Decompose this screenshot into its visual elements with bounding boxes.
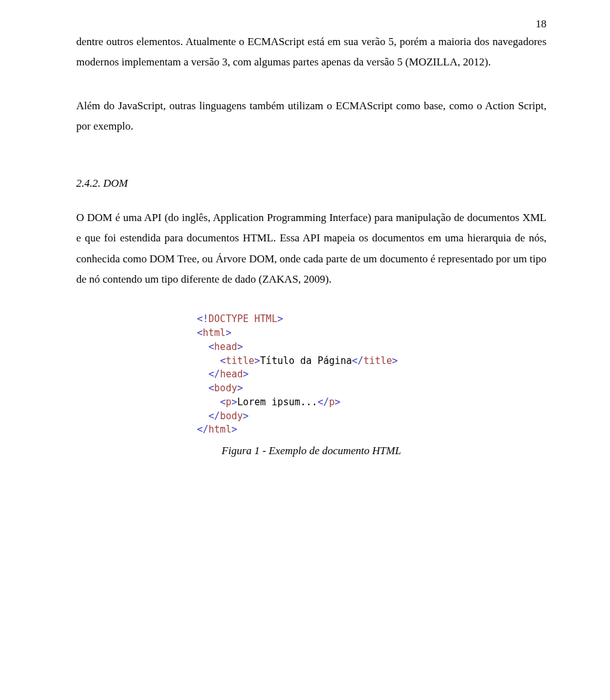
code-bracket: > [335,396,341,408]
code-bracket: </ [208,368,220,380]
code-text: Título da Página [260,355,352,367]
code-bracket: </ [197,424,208,435]
code-bracket: > [231,424,237,435]
code-block: <!DOCTYPE HTML> <html> <head> <title>Tít… [197,313,546,437]
code-bracket: <! [197,313,208,325]
code-bracket: > [392,355,398,367]
code-bracket: > [237,382,243,394]
section-heading: 2.4.2. DOM [76,177,546,190]
code-bracket: > [254,355,260,367]
page-number: 18 [536,18,546,30]
code-bracket: < [208,341,214,353]
code-bracket: </ [318,396,329,408]
code-tag: head [214,341,237,353]
code-tag: p [329,396,335,408]
code-bracket: < [197,327,203,339]
code-tag: body [214,382,237,394]
code-tag: DOCTYPE HTML [208,313,277,325]
section-title: DOM [104,177,128,189]
figure-caption: Figura 1 - Exemplo de documento HTML [76,445,546,457]
code-tag: html [208,424,231,435]
code-bracket: > [226,327,231,339]
paragraph-2: Além do JavaScript, outras linguagens ta… [76,96,546,137]
code-bracket: </ [352,355,363,367]
code-bracket: > [231,396,237,408]
code-tag: p [226,396,231,408]
code-bracket: > [243,368,248,380]
code-tag: html [203,327,226,339]
code-bracket: < [220,355,226,367]
code-bracket: < [220,396,226,408]
code-bracket: > [243,410,248,422]
code-bracket: </ [208,410,220,422]
code-tag: title [363,355,392,367]
code-tag: title [226,355,254,367]
code-tag: head [220,368,243,380]
paragraph-1: dentre outros elementos. Atualmente o EC… [76,32,546,73]
section-number: 2.4.2. [76,177,100,189]
code-bracket: > [237,341,243,353]
code-tag: body [220,410,243,422]
code-bracket: > [277,313,283,325]
code-bracket: < [208,382,214,394]
paragraph-3: O DOM é uma API (do inglês, Application … [76,208,546,290]
code-text: Lorem ipsum... [237,396,317,408]
